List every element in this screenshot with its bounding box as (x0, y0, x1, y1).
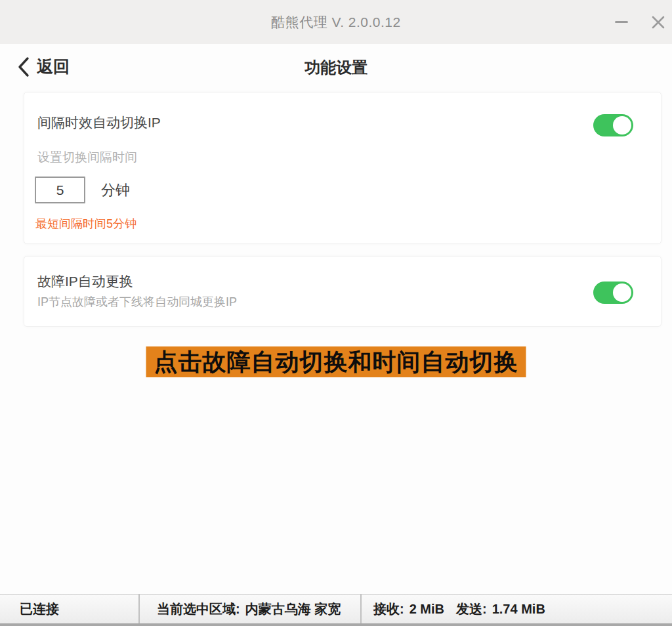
connection-status: 已连接 (0, 595, 138, 623)
minimize-button[interactable] (610, 11, 633, 33)
interval-minutes-input[interactable] (35, 177, 85, 203)
interval-input-row: 分钟 (35, 177, 130, 203)
close-icon (650, 14, 666, 30)
failover-toggle[interactable] (593, 282, 633, 304)
window-titlebar: 酷熊代理 V. 2.0.0.12 (0, 0, 672, 44)
selected-region: 当前选中区域: 内蒙古乌海 家宽 (140, 595, 360, 623)
failover-switch-card: 故障IP自动更换 IP节点故障或者下线将自动同城更换IP (24, 256, 662, 327)
page-title: 功能设置 (0, 57, 672, 78)
interval-card-subtitle: 设置切换间隔时间 (37, 149, 137, 166)
close-button[interactable] (647, 11, 669, 33)
failover-card-subtitle: IP节点故障或者下线将自动同城更换IP (37, 294, 237, 310)
sent-value: 1.74 MiB (492, 602, 545, 617)
received-label: 接收: (373, 600, 404, 618)
interval-toggle[interactable] (593, 114, 633, 136)
tutorial-highlight-text: 点击故障自动切换和时间自动切换 (146, 346, 526, 377)
toggle-knob (613, 283, 631, 302)
toggle-knob (613, 116, 631, 135)
received-value: 2 MiB (410, 602, 444, 617)
sent-label: 发送: (456, 600, 487, 618)
interval-card-title: 间隔时效自动切换IP (37, 114, 161, 132)
page-header: 返回 功能设置 (0, 56, 672, 85)
region-label: 当前选中区域: (157, 600, 240, 618)
failover-card-title: 故障IP自动更换 (37, 272, 133, 291)
minimize-icon (615, 21, 628, 23)
status-bar: 已连接 当前选中区域: 内蒙古乌海 家宽 接收: 2 MiB 发送: 1.74 … (0, 594, 672, 626)
region-value: 内蒙古乌海 家宽 (245, 600, 341, 618)
interval-switch-card: 间隔时效自动切换IP 设置切换间隔时间 分钟 最短间隔时间5分钟 (24, 92, 662, 244)
interval-unit-label: 分钟 (101, 180, 130, 200)
interval-min-hint: 最短间隔时间5分钟 (35, 216, 136, 232)
window-controls (610, 0, 669, 44)
window-title: 酷熊代理 V. 2.0.0.12 (271, 13, 400, 31)
traffic-stats: 接收: 2 MiB 发送: 1.74 MiB (362, 595, 672, 623)
